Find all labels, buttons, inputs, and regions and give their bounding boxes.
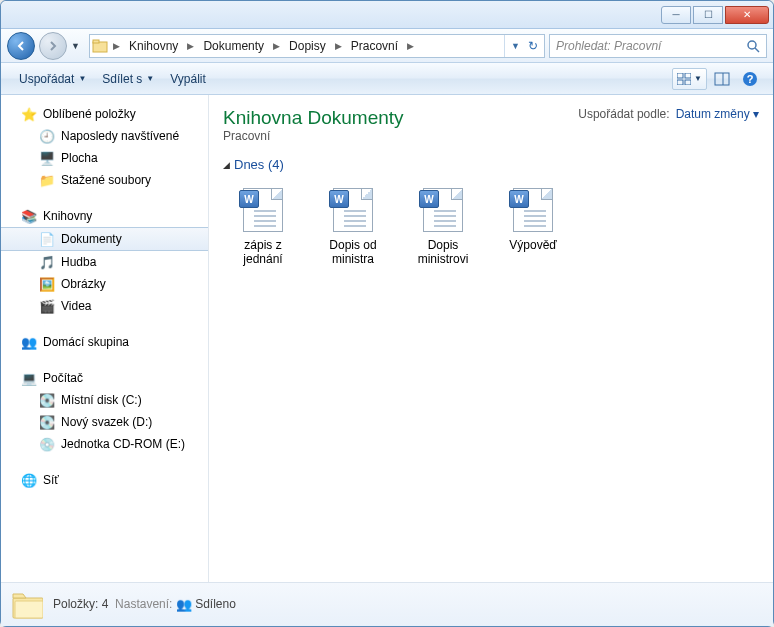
homegroup-icon: 👥	[21, 334, 37, 350]
file-list: W zápis z jednání W Dopis od ministra W …	[223, 176, 759, 276]
svg-rect-8	[715, 73, 729, 85]
content-pane: Knihovna Dokumenty Pracovní Uspořádat po…	[209, 95, 773, 582]
recent-icon: 🕘	[39, 128, 55, 144]
sidebar-item-desktop[interactable]: 🖥️Plocha	[1, 147, 208, 169]
svg-rect-13	[15, 601, 43, 618]
svg-line-3	[755, 48, 759, 52]
refresh-icon[interactable]: ↻	[528, 39, 538, 53]
folder-icon: 📁	[39, 172, 55, 188]
file-label: Dopis ministrovi	[407, 238, 479, 266]
dropdown-icon[interactable]: ▼	[511, 41, 520, 51]
folder-icon	[11, 589, 43, 621]
breadcrumb-segment[interactable]: Dokumenty	[197, 35, 270, 57]
view-mode-button[interactable]: ▼	[672, 68, 707, 90]
file-item[interactable]: W Dopis ministrovi	[403, 182, 483, 270]
drive-icon: 💽	[39, 414, 55, 430]
command-bar: Uspořádat▼ Sdílet s▼ Vypálit ▼ ?	[1, 63, 773, 95]
document-icon: 📄	[39, 231, 55, 247]
library-subtitle: Pracovní	[223, 129, 404, 143]
preview-pane-button[interactable]	[709, 68, 735, 90]
network-group[interactable]: 🌐Síť	[1, 469, 208, 491]
share-button[interactable]: Sdílet s▼	[94, 68, 162, 90]
sidebar-item-documents[interactable]: 📄Dokumenty	[1, 227, 208, 251]
search-input[interactable]: Prohledat: Pracovní	[549, 34, 767, 58]
chevron-down-icon: ▼	[146, 74, 154, 83]
chevron-right-icon[interactable]: ▶	[184, 41, 197, 51]
svg-rect-5	[685, 73, 691, 78]
navigation-pane: ⭐Oblíbené položky 🕘Naposledy navštívené …	[1, 95, 209, 582]
collapse-icon: ◢	[223, 160, 230, 170]
music-icon: 🎵	[39, 254, 55, 270]
chevron-right-icon[interactable]: ▶	[332, 41, 345, 51]
forward-button[interactable]	[39, 32, 67, 60]
address-bar[interactable]: ▶ Knihovny ▶ Dokumenty ▶ Dopisy ▶ Pracov…	[89, 34, 545, 58]
sidebar-item-pictures[interactable]: 🖼️Obrázky	[1, 273, 208, 295]
cdrom-icon: 💿	[39, 436, 55, 452]
library-title: Knihovna Dokumenty	[223, 107, 404, 129]
sidebar-item-drive-d[interactable]: 💽Nový svazek (D:)	[1, 411, 208, 433]
chevron-right-icon[interactable]: ▶	[110, 41, 123, 51]
sidebar-item-downloads[interactable]: 📁Stažené soubory	[1, 169, 208, 191]
details-pane: Položky: 4 Nastavení: 👥 Sdíleno	[1, 582, 773, 626]
star-icon: ⭐	[21, 106, 37, 122]
file-label: Dopis od ministra	[317, 238, 389, 266]
items-label: Položky:	[53, 597, 98, 611]
computer-icon: 💻	[21, 370, 37, 386]
libraries-group[interactable]: 📚Knihovny	[1, 205, 208, 227]
close-button[interactable]: ✕	[725, 6, 769, 24]
chevron-right-icon[interactable]: ▶	[404, 41, 417, 51]
word-document-icon: W	[329, 186, 377, 234]
chevron-down-icon: ▼	[78, 74, 86, 83]
group-header[interactable]: ◢Dnes (4)	[223, 153, 759, 176]
svg-rect-1	[93, 40, 99, 43]
svg-rect-6	[677, 80, 683, 85]
file-label: Výpověď	[509, 238, 556, 252]
svg-text:?: ?	[747, 73, 754, 85]
svg-rect-4	[677, 73, 683, 78]
word-document-icon: W	[419, 186, 467, 234]
file-item[interactable]: W Dopis od ministra	[313, 182, 393, 270]
drive-icon: 💽	[39, 392, 55, 408]
sidebar-item-recent[interactable]: 🕘Naposledy navštívené	[1, 125, 208, 147]
network-icon: 🌐	[21, 472, 37, 488]
organize-button[interactable]: Uspořádat▼	[11, 68, 94, 90]
pictures-icon: 🖼️	[39, 276, 55, 292]
sidebar-item-drive-c[interactable]: 💽Místní disk (C:)	[1, 389, 208, 411]
chevron-right-icon[interactable]: ▶	[270, 41, 283, 51]
arrange-by[interactable]: Uspořádat podle: Datum změny ▾	[578, 107, 759, 121]
file-item[interactable]: W zápis z jednání	[223, 182, 303, 270]
burn-button[interactable]: Vypálit	[162, 68, 214, 90]
folder-icon	[90, 39, 110, 53]
computer-group[interactable]: 💻Počítač	[1, 367, 208, 389]
sidebar-item-drive-cdrom[interactable]: 💿Jednotka CD-ROM (E:)	[1, 433, 208, 455]
file-label: zápis z jednání	[227, 238, 299, 266]
help-button[interactable]: ?	[737, 68, 763, 90]
breadcrumb-segment[interactable]: Pracovní	[345, 35, 404, 57]
search-placeholder: Prohledat: Pracovní	[556, 39, 661, 53]
word-document-icon: W	[509, 186, 557, 234]
sidebar-item-videos[interactable]: 🎬Videa	[1, 295, 208, 317]
settings-value: Sdíleno	[195, 597, 236, 611]
back-button[interactable]	[7, 32, 35, 60]
people-icon: 👥	[176, 597, 192, 613]
search-icon[interactable]	[746, 39, 760, 53]
favorites-group[interactable]: ⭐Oblíbené položky	[1, 103, 208, 125]
items-count: 4	[102, 597, 109, 611]
navigation-bar: ▼ ▶ Knihovny ▶ Dokumenty ▶ Dopisy ▶ Prac…	[1, 29, 773, 63]
minimize-button[interactable]: ─	[661, 6, 691, 24]
videos-icon: 🎬	[39, 298, 55, 314]
homegroup-group[interactable]: 👥Domácí skupina	[1, 331, 208, 353]
history-dropdown[interactable]: ▼	[71, 41, 85, 51]
svg-rect-7	[685, 80, 691, 85]
titlebar[interactable]: ─ ☐ ✕	[1, 1, 773, 29]
word-document-icon: W	[239, 186, 287, 234]
breadcrumb-segment[interactable]: Dopisy	[283, 35, 332, 57]
breadcrumb-segment[interactable]: Knihovny	[123, 35, 184, 57]
chevron-down-icon: ▼	[694, 74, 702, 83]
settings-label: Nastavení:	[115, 597, 172, 611]
libraries-icon: 📚	[21, 208, 37, 224]
file-item[interactable]: W Výpověď	[493, 182, 573, 270]
maximize-button[interactable]: ☐	[693, 6, 723, 24]
explorer-window: ─ ☐ ✕ ▼ ▶ Knihovny ▶ Dokumenty ▶ Dopisy …	[0, 0, 774, 627]
sidebar-item-music[interactable]: 🎵Hudba	[1, 251, 208, 273]
